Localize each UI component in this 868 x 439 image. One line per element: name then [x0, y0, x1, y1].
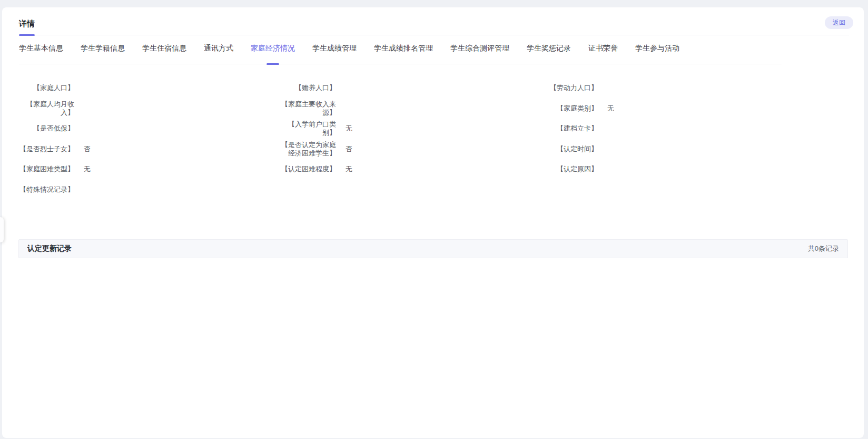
field-label: 【是否低保】	[19, 124, 74, 133]
field-label: 【家庭人均月收 入】	[19, 100, 74, 117]
field-dependents: 【赡养人口】	[281, 78, 542, 99]
field-label: 【家庭类别】	[542, 104, 598, 113]
field-label: 【劳动力人口】	[542, 84, 598, 92]
field-pre-enrollment-household-type: 【入学前户口类 别】 无	[281, 119, 542, 139]
field-value: 无	[346, 164, 352, 174]
tab-contact-method[interactable]: 通讯方式	[204, 44, 233, 64]
tab-student-grades[interactable]: 学生成绩管理	[312, 44, 357, 64]
field-labor-population: 【劳动力人口】	[542, 78, 804, 99]
field-label: 【认定原因】	[542, 165, 598, 173]
detail-card: 详情 返回 学生基本信息 学生学籍信息 学生住宿信息 通讯方式 家庭经济情况 学…	[2, 7, 864, 438]
record-count-badge: 共0条记录	[808, 244, 839, 253]
record-section-title: 认定更新记录	[27, 244, 72, 253]
field-registered-poor-household: 【建档立卡】	[542, 119, 804, 139]
field-family-population: 【家庭人口】	[19, 78, 281, 99]
record-section-header: 认定更新记录 共0条记录	[18, 239, 848, 258]
field-low-income-allowance: 【是否低保】	[19, 119, 281, 139]
back-button[interactable]: 返回	[825, 16, 853, 29]
field-main-income-source: 【家庭主要收入来 源】	[281, 99, 542, 119]
field-value: 无	[346, 124, 352, 133]
field-label: 【认定困难程度】	[281, 165, 336, 173]
field-value: 否	[84, 144, 91, 154]
detail-header: 详情 返回	[19, 7, 849, 35]
tab-family-economic-situation[interactable]: 家庭经济情况	[251, 44, 295, 64]
field-label: 【家庭困难类型】	[19, 165, 74, 173]
field-identification-time: 【认定时间】	[542, 139, 804, 160]
tab-student-activities[interactable]: 学生参与活动	[635, 44, 679, 64]
field-label: 【家庭主要收入来 源】	[281, 100, 336, 117]
tab-bar: 学生基本信息 学生学籍信息 学生住宿信息 通讯方式 家庭经济情况 学生成绩管理 …	[19, 35, 782, 64]
field-family-difficulty-type: 【家庭困难类型】 无	[19, 159, 281, 180]
field-martyr-child: 【是否烈士子女】 否	[19, 139, 281, 160]
field-label: 【入学前户口类 别】	[281, 120, 336, 137]
tab-comprehensive-evaluation[interactable]: 学生综合测评管理	[450, 44, 509, 64]
field-value: 无	[84, 164, 91, 174]
page-title: 详情	[19, 19, 35, 29]
drawer-handle[interactable]	[0, 217, 4, 242]
field-value: 无	[607, 104, 614, 113]
field-label: 【特殊情况记录】	[19, 186, 74, 194]
field-value: 否	[346, 144, 352, 154]
field-family-category: 【家庭类别】 无	[542, 99, 804, 119]
field-per-capita-monthly-income: 【家庭人均月收 入】	[19, 99, 281, 119]
tab-certificates-honors[interactable]: 证书荣誉	[588, 44, 618, 64]
field-label: 【家庭人口】	[19, 84, 74, 92]
family-economic-form: 【家庭人口】 【赡养人口】 【劳动力人口】 【家庭人均月收 入】 【家庭主要收入…	[19, 78, 864, 200]
field-label: 【是否烈士子女】	[19, 145, 74, 153]
field-label: 【赡养人口】	[281, 84, 336, 92]
tab-rewards-punishments[interactable]: 学生奖惩记录	[527, 44, 571, 64]
identification-update-record-section: 认定更新记录 共0条记录	[18, 239, 848, 258]
tab-student-roll-info[interactable]: 学生学籍信息	[81, 44, 125, 64]
field-special-situation-record: 【特殊情况记录】	[19, 180, 281, 200]
field-label: 【建档立卡】	[542, 124, 598, 133]
tab-student-accommodation-info[interactable]: 学生住宿信息	[142, 44, 186, 64]
title-underline-accent	[19, 34, 35, 36]
field-difficulty-level: 【认定困难程度】 无	[281, 159, 542, 180]
field-label: 【是否认定为家庭 经济困难学生】	[281, 141, 336, 158]
field-identification-reason: 【认定原因】	[542, 159, 804, 180]
field-label: 【认定时间】	[542, 145, 598, 153]
tab-student-basic-info[interactable]: 学生基本信息	[19, 44, 63, 64]
tab-student-grade-ranking[interactable]: 学生成绩排名管理	[374, 44, 433, 64]
field-identified-as-difficult-student: 【是否认定为家庭 经济困难学生】 否	[281, 139, 542, 160]
